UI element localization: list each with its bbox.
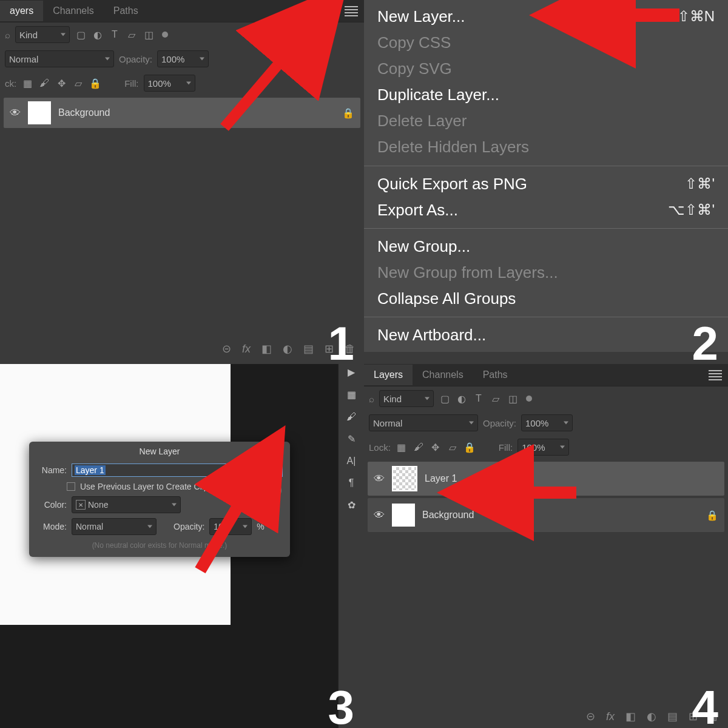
tool-icon[interactable]: A| bbox=[347, 456, 356, 467]
right-toolstrip: ▶▦🖌✎A|¶✿ bbox=[338, 364, 364, 728]
lock-artboard-icon[interactable]: ▱ bbox=[447, 442, 459, 453]
name-label: Name: bbox=[36, 465, 67, 475]
panel-tabs: Layers Channels Paths bbox=[364, 364, 728, 386]
fx-icon[interactable]: fx bbox=[242, 343, 251, 356]
menu-item: New Group from Layers... bbox=[364, 260, 728, 286]
lock-icon: 🔒 bbox=[706, 510, 718, 521]
adjustment-icon[interactable]: ◐ bbox=[283, 342, 292, 356]
menu-item[interactable]: New Group... bbox=[364, 234, 728, 260]
fill-label: Fill: bbox=[499, 442, 513, 453]
step-3-panel: ▶▦🖌✎A|¶✿ New Layer Name: Layer 1 OK Canc… bbox=[0, 364, 364, 728]
image-filter-icon[interactable]: ▢ bbox=[439, 393, 451, 405]
lock-all-icon[interactable]: 🔒 bbox=[89, 78, 101, 89]
type-filter-icon[interactable]: T bbox=[109, 29, 121, 40]
menu-item[interactable]: Quick Export as PNG⇧⌘' bbox=[364, 171, 728, 197]
menu-item: Delete Hidden Layers bbox=[364, 134, 728, 160]
lock-move-icon[interactable]: ✥ bbox=[430, 442, 442, 453]
opacity-select[interactable]: 100% bbox=[157, 50, 209, 67]
tab-channels[interactable]: Channels bbox=[43, 1, 104, 21]
menu-item[interactable]: Collapse All Groups bbox=[364, 286, 728, 312]
menu-item[interactable]: Duplicate Layer... bbox=[364, 82, 728, 108]
footer-icon[interactable]: ◐ bbox=[647, 710, 656, 723]
svg-line-2 bbox=[200, 467, 261, 570]
kind-filter[interactable]: Kind bbox=[15, 26, 70, 43]
hamburger-icon[interactable] bbox=[709, 370, 722, 380]
fill-select[interactable]: 100% bbox=[517, 439, 569, 456]
step-number: 1 bbox=[328, 316, 353, 364]
opacity-label: Opacity: bbox=[119, 54, 152, 64]
footer-icon[interactable]: ▤ bbox=[667, 710, 678, 723]
mode-select[interactable]: Normal bbox=[72, 518, 157, 535]
color-label: Color: bbox=[36, 500, 67, 510]
mode-label: Mode: bbox=[36, 522, 67, 531]
lock-brush-icon[interactable]: 🖌 bbox=[413, 442, 425, 453]
layers-flyout-menu: New Layer...⇧⌘NCopy CSSCopy SVGDuplicate… bbox=[364, 0, 728, 352]
lock-transparency-icon[interactable]: ▦ bbox=[21, 78, 33, 89]
search-icon: ⌕ bbox=[5, 30, 10, 40]
tab-paths[interactable]: Paths bbox=[104, 1, 148, 21]
kind-filter[interactable]: Kind bbox=[379, 390, 434, 407]
lock-artboard-icon[interactable]: ▱ bbox=[72, 78, 84, 89]
layer-thumbnail bbox=[28, 101, 51, 124]
filter-toggle-icon[interactable] bbox=[162, 32, 168, 38]
footer-icon[interactable]: fx bbox=[606, 710, 615, 723]
lock-all-icon[interactable]: 🔒 bbox=[463, 442, 476, 453]
layer-name: Background bbox=[58, 107, 110, 118]
color-select[interactable]: ✕None bbox=[72, 496, 181, 513]
menu-item: Copy SVG bbox=[364, 56, 728, 82]
layer-name: Background bbox=[422, 510, 474, 521]
tool-icon[interactable]: ¶ bbox=[349, 477, 354, 488]
visibility-icon[interactable]: 👁 bbox=[374, 509, 385, 522]
step-4-panel: Layers Channels Paths ⌕ Kind ▢ ◐ T ▱ ◫ N… bbox=[364, 364, 728, 728]
hamburger-icon[interactable] bbox=[345, 6, 358, 16]
blend-mode-select[interactable]: Normal bbox=[369, 414, 478, 431]
visibility-icon[interactable]: 👁 bbox=[374, 473, 385, 485]
tab-paths[interactable]: Paths bbox=[473, 365, 517, 385]
visibility-icon[interactable]: 👁 bbox=[10, 107, 21, 120]
shape-filter-icon[interactable]: ▱ bbox=[126, 29, 138, 41]
opacity-select[interactable]: 100% bbox=[521, 414, 573, 431]
adjustment-filter-icon[interactable]: ◐ bbox=[92, 29, 104, 41]
menu-item[interactable]: Export As...⌥⇧⌘' bbox=[364, 197, 728, 223]
shape-filter-icon[interactable]: ▱ bbox=[490, 393, 502, 405]
adjustment-filter-icon[interactable]: ◐ bbox=[456, 393, 468, 405]
step-number: 2 bbox=[692, 316, 717, 364]
image-filter-icon[interactable]: ▢ bbox=[75, 29, 87, 41]
lock-brush-icon[interactable]: 🖌 bbox=[38, 78, 50, 89]
layer-name: Layer 1 bbox=[425, 473, 457, 484]
link-icon[interactable]: ⊝ bbox=[222, 342, 231, 356]
tab-layers[interactable]: Layers bbox=[364, 365, 413, 385]
svg-line-0 bbox=[224, 24, 312, 127]
lock-transparency-icon[interactable]: ▦ bbox=[396, 442, 408, 453]
clipping-mask-checkbox[interactable] bbox=[67, 482, 75, 491]
layer-thumbnail bbox=[392, 466, 417, 491]
blend-mode-select[interactable]: Normal bbox=[5, 50, 114, 67]
footer-icon[interactable]: ◧ bbox=[625, 710, 636, 723]
mask-icon[interactable]: ◧ bbox=[261, 342, 272, 356]
layer-thumbnail bbox=[392, 504, 415, 527]
opacity-label: Opacity: bbox=[483, 418, 516, 428]
lock-label: Lock: bbox=[369, 442, 391, 453]
step-1-panel: ayers Channels Paths ⌕ Kind ▢ ◐ T ▱ ◫ No… bbox=[0, 0, 364, 364]
smartobj-filter-icon[interactable]: ◫ bbox=[507, 393, 519, 405]
tab-channels[interactable]: Channels bbox=[413, 365, 473, 385]
type-filter-icon[interactable]: T bbox=[473, 393, 485, 404]
lock-move-icon[interactable]: ✥ bbox=[55, 78, 67, 89]
footer-icon[interactable]: ⊝ bbox=[586, 710, 595, 723]
tab-layers[interactable]: ayers bbox=[0, 1, 43, 21]
tool-icon[interactable]: ✎ bbox=[348, 433, 356, 445]
smartobj-filter-icon[interactable]: ◫ bbox=[143, 29, 155, 41]
menu-item[interactable]: New Artboard... bbox=[364, 322, 728, 348]
tool-icon[interactable]: ✿ bbox=[348, 499, 356, 511]
tool-icon[interactable]: ▦ bbox=[347, 389, 356, 400]
lock-label: ck: bbox=[5, 78, 16, 89]
group-icon[interactable]: ▤ bbox=[303, 342, 314, 356]
step-number: 4 bbox=[692, 680, 717, 728]
menu-item: Delete Layer bbox=[364, 108, 728, 134]
tool-icon[interactable]: 🖌 bbox=[346, 411, 356, 422]
tool-icon[interactable]: ▶ bbox=[348, 366, 355, 378]
fill-select[interactable]: 100% bbox=[144, 75, 195, 92]
filter-toggle-icon[interactable] bbox=[526, 396, 532, 402]
step-number: 3 bbox=[328, 680, 353, 728]
fill-label: Fill: bbox=[124, 78, 138, 89]
